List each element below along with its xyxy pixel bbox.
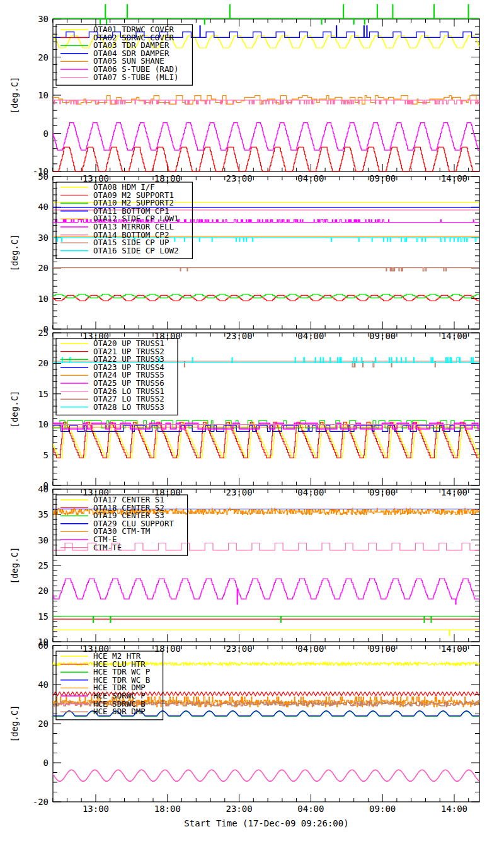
y-tick-label: 30 — [38, 14, 49, 24]
x-tick-label: 13:00 — [83, 804, 109, 814]
legend-label: OTA28 LO TRUSS3 — [93, 402, 164, 412]
legend-label: CTM-TE — [93, 543, 122, 552]
legend-item: HCE SDR DMP — [60, 707, 146, 716]
y-tick-label: 10 — [38, 419, 49, 429]
y-tick-label: 25 — [38, 560, 49, 570]
panel-3-legend: OTA20 UP TRUSS1OTA21 UP TRUSS2OTA22 UP T… — [56, 339, 178, 415]
legend-item: OTA16 SIDE CP LOW2 — [60, 246, 178, 255]
series-ota06-s-tube-rad- — [53, 123, 479, 151]
y-tick-label: 5 — [43, 450, 49, 460]
x-tick-label: 04:00 — [297, 804, 324, 814]
legend-item: OTA28 LO TRUSS3 — [60, 402, 164, 412]
panel-2: 01020304050[deg.C]OTA08 HDM I/FOTA09 M2 … — [9, 171, 479, 341]
legend-item: CTM-TE — [60, 543, 122, 552]
x-tick-label: 14:00 — [441, 804, 467, 814]
panel-4-legend: OTA17 CENTER S1OTA18 CENTER S2OTA19 CENT… — [56, 495, 188, 555]
chart-generated-content: -100102030[deg.C]OTA01 TDRWC COVEROTA02 … — [9, 4, 479, 814]
y-tick-label: 20 — [38, 52, 49, 62]
x-tick-label: 18:00 — [154, 804, 181, 814]
series-hce-sdrwc-b — [53, 770, 479, 781]
y-tick-label: 10 — [38, 90, 49, 100]
y-tick-label: 25 — [38, 328, 49, 338]
y-axis-label: [deg.C] — [9, 76, 20, 113]
series-ctm-e — [53, 579, 479, 605]
series-ota07-s-tube-mli- — [53, 100, 479, 104]
temperature-trend-chart: -100102030[deg.C]OTA01 TDRWC COVEROTA02 … — [0, 0, 504, 851]
y-tick-label: 10 — [38, 294, 49, 304]
y-axis-label: [deg.C] — [9, 390, 20, 427]
series-ota15-side-cp-up — [53, 268, 479, 271]
y-tick-label: 40 — [38, 484, 49, 494]
y-tick-label: 30 — [38, 233, 49, 243]
y-axis-label: [deg.C] — [9, 705, 20, 742]
panel-4: 10152025303540[deg.C]OTA17 CENTER S1OTA1… — [9, 484, 479, 654]
panel-5: -200204060[deg.C]HCE M2 HTRHCE CLU HTRHC… — [9, 640, 479, 814]
series-ota10-m2-support2 — [53, 294, 479, 298]
x-tick-label: 09:00 — [369, 804, 396, 814]
y-tick-label: 60 — [38, 640, 49, 651]
panel-2-legend: OTA08 HDM I/FOTA09 M2 SUPPORT1OTA10 M2 S… — [56, 182, 192, 258]
y-tick-label: 30 — [38, 535, 49, 545]
y-tick-label: 20 — [38, 586, 49, 596]
figure: -100102030[deg.C]OTA01 TDRWC COVEROTA02 … — [0, 0, 504, 851]
legend-label: HCE SDR DMP — [93, 707, 146, 716]
panel-3: 0510152025[deg.C]OTA20 UP TRUSS1OTA21 UP… — [9, 328, 479, 497]
y-tick-label: 0 — [43, 129, 49, 139]
series-ota20-up-truss1 — [53, 422, 479, 458]
y-tick-label: 15 — [38, 389, 49, 399]
series-ota02-sdrwc-cover — [53, 147, 479, 171]
y-tick-label: 40 — [38, 202, 49, 212]
y-tick-label: 15 — [38, 611, 49, 622]
x-tick-label: 23:00 — [226, 804, 253, 814]
panel-1-legend: OTA01 TDRWC COVEROTA02 SDRWC COVEROTA03 … — [56, 25, 192, 85]
series-hce-sdrwc-p — [53, 770, 479, 782]
panel-1: -100102030[deg.C]OTA01 TDRWC COVEROTA02 … — [9, 4, 479, 183]
y-tick-label: 20 — [38, 358, 49, 368]
legend-label: OTA07 S-TUBE (MLI) — [93, 72, 178, 82]
legend-item: OTA07 S-TUBE (MLI) — [60, 72, 178, 82]
series-ota17-center-s1 — [53, 630, 479, 635]
y-tick-label: 20 — [38, 719, 49, 729]
legend-label: OTA16 SIDE CP LOW2 — [93, 246, 178, 255]
y-tick-label: 35 — [38, 509, 49, 519]
y-tick-label: 50 — [38, 171, 49, 182]
series-ota03-tdr-damper — [53, 4, 479, 25]
y-tick-label: 20 — [38, 263, 49, 273]
y-tick-label: 0 — [43, 758, 49, 768]
y-axis-label: [deg.C] — [9, 234, 20, 271]
y-axis-label: [deg.C] — [9, 547, 20, 584]
x-axis-title: Start Time (17-Dec-09 09:26:00) — [184, 818, 348, 828]
y-tick-label: 40 — [38, 680, 49, 690]
y-tick-label: -20 — [33, 797, 49, 807]
